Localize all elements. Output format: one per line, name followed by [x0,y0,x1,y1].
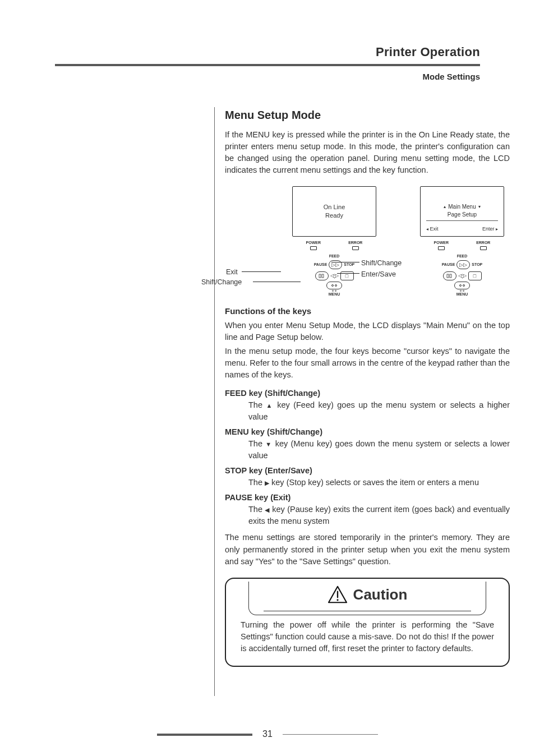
diagrams-row: On Line Ready POWER ERROR FEE [225,186,510,297]
svg-rect-0 [319,274,321,278]
lcd2-line2-text: Page Setup [448,211,477,219]
page-number-area: 31 [0,729,535,739]
stop-key-desc: The key (Stop key) selects or saves the … [248,477,510,488]
pause-button-icon [315,271,329,280]
error-indicator-icon [352,246,359,250]
error-label: ERROR [348,240,362,246]
keypad-2: FEED PAUSE ▷▷ STOP ◁▵▿▷ [420,253,504,297]
pause-label: PAUSE [314,262,328,268]
svg-point-6 [336,600,338,601]
lcd2-enter: Enter [482,226,495,232]
power-label-2: POWER [434,240,449,246]
stop-key-title: STOP key (Enter/Save) [225,465,510,477]
menu-button-icon-2 [454,282,470,289]
lcd-panel-2: ▴ Main Menu ▾ Page Setup ◂ Exit Enter ▸ [420,186,504,237]
caution-text: Turning the power off while the printer … [241,619,494,654]
callout-enter-save: Enter/Save [361,269,396,279]
nav-arrows-icon-2: ◁▵▿▷ [458,273,467,279]
left-triangle-icon [265,505,269,514]
page-num-rule-right [283,734,378,735]
power-label: POWER [306,240,321,246]
stop-label-2: STOP [472,262,482,268]
error-label-2: ERROR [476,240,490,246]
feed-key-desc: The key (Feed key) goes up the menu syst… [248,399,510,423]
nav-arrows-icon: ◁▵▿▷ [330,273,339,279]
heading-menu-setup-mode: Menu Setup Mode [225,107,510,123]
lcd1-line1: On Line [324,203,345,211]
pause-key-title: PAUSE key (Exit) [225,492,510,504]
diagram-main-menu: ▴ Main Menu ▾ Page Setup ◂ Exit Enter ▸ [414,186,510,297]
svg-rect-3 [450,274,451,278]
left-arrow-icon: ◂ [426,227,428,232]
error-indicator-icon-2 [480,246,487,250]
caution-box: Caution Turning the power off while the … [225,578,510,667]
page-num-rule-left [157,734,252,736]
svg-rect-2 [447,274,449,278]
lcd2-exit: Exit [430,226,439,232]
feed-label-2: FEED [457,253,468,259]
up-triangle-icon [266,400,273,409]
subsection-title: Mode Settings [55,72,480,81]
callout-exit: Exit [226,267,238,277]
vertical-margin-rule [55,107,215,696]
right-triangle-icon [265,478,269,487]
down-triangle-icon [265,439,272,448]
menu-label-2: MENU [456,292,468,297]
lcd-panel-1: On Line Ready [292,186,376,237]
pause-label-2: PAUSE [442,262,455,268]
stop-button-icon-2: □ [468,271,482,280]
stop-label: STOP [344,262,354,268]
callout-shift-change-top: Shift/Change [361,258,402,268]
callout-shift-change-bottom: Shift/Change [201,277,242,287]
functions-para-1: When you enter Menu Setup Mode, the LCD … [225,320,510,343]
power-indicator-icon-2 [438,246,445,250]
caution-warning-icon [328,586,348,603]
power-indicator-icon [310,246,317,250]
feed-label: FEED [329,253,340,259]
down-arrow-icon: ▾ [478,204,481,210]
intro-paragraph: If the MENU key is pressed while the pri… [225,129,510,176]
page-number: 31 [262,729,273,739]
up-arrow-icon: ▴ [444,204,446,210]
pause-key-desc: The key (Pause key) exits the current it… [248,504,510,527]
menu-button-icon [326,282,342,289]
menu-label: MENU [329,292,340,297]
feed-button-icon-2: ▷▷ [456,260,470,269]
lcd1-line2: Ready [325,211,343,220]
pause-button-icon-2 [443,271,456,280]
heading-functions-of-keys: Functions of the keys [225,305,510,317]
functions-para-2: In the menu setup mode, the four keys be… [225,345,510,381]
diagram-online-ready: On Line Ready POWER ERROR FEE [225,186,399,297]
menu-key-title: MENU key (Shift/Change) [225,426,510,438]
storage-paragraph: The menu settings are stored temporarily… [225,532,510,567]
lcd2-line1: Main Menu [448,203,476,211]
header-rule [55,64,480,66]
section-title: Printer Operation [55,45,480,59]
right-arrow-icon: ▸ [496,227,498,232]
main-content: Menu Setup Mode If the MENU key is press… [225,107,510,696]
menu-key-desc: The key (Menu key) goes down the menu sy… [248,438,510,462]
svg-rect-1 [322,274,324,278]
feed-key-title: FEED key (Shift/Change) [225,388,510,399]
